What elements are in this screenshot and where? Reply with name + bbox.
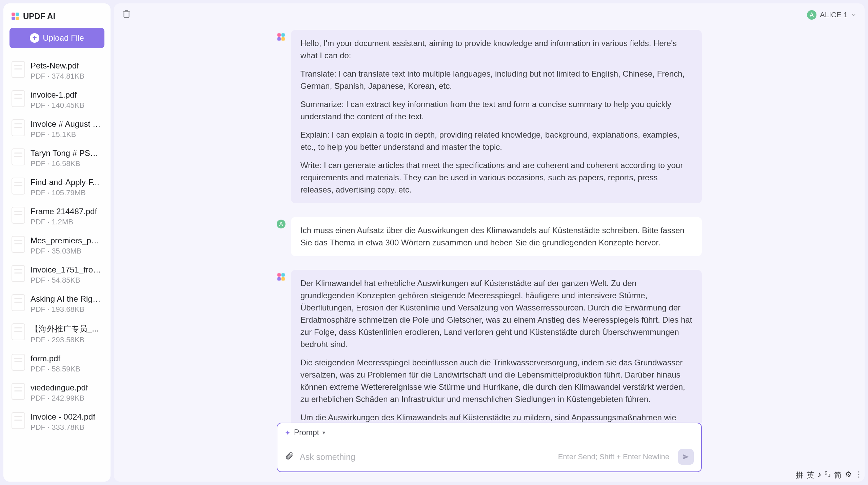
- file-name: Invoice_1751_from...: [31, 265, 102, 275]
- chevron-down-icon: [851, 10, 856, 20]
- ime-item[interactable]: ⚙: [844, 470, 852, 480]
- file-item[interactable]: Invoice_1751_from... PDF · 54.85KB: [9, 260, 104, 289]
- user-avatar: A: [807, 10, 816, 20]
- input-hint: Enter Send; Shift + Enter Newline: [558, 452, 669, 461]
- file-meta: PDF · 242.99KB: [31, 394, 88, 403]
- caret-down-icon: ▾: [322, 429, 325, 436]
- file-meta: PDF · 293.58KB: [31, 336, 99, 344]
- assistant-message: Der Klimawandel hat erhebliche Auswirkun…: [277, 270, 702, 423]
- assistant-message: Hello, I'm your document assistant, aimi…: [277, 30, 702, 203]
- svg-rect-3: [16, 17, 19, 20]
- file-thumb-icon: [12, 207, 25, 224]
- file-name: Frame 214487.pdf: [31, 207, 97, 216]
- file-item[interactable]: Taryn Tong # PSU... PDF · 16.58KB: [9, 144, 104, 173]
- app-title: UPDF AI: [23, 12, 55, 21]
- svg-rect-2: [12, 17, 15, 20]
- file-item[interactable]: Asking AI the Righ... PDF · 193.68KB: [9, 289, 104, 319]
- file-meta: PDF · 16.58KB: [31, 159, 102, 168]
- file-meta: PDF · 333.78KB: [31, 423, 95, 432]
- svg-rect-5: [281, 33, 285, 37]
- file-name: 【海外推广专员_...: [31, 323, 99, 334]
- message-bubble: Hello, I'm your document assistant, aimi…: [291, 30, 702, 203]
- file-name: Invoice - 0024.pdf: [31, 412, 95, 422]
- file-name: Invoice # August (...: [31, 119, 102, 129]
- ime-item[interactable]: ⁹₃: [824, 470, 831, 480]
- svg-rect-11: [281, 277, 285, 281]
- svg-rect-10: [277, 277, 281, 281]
- file-meta: PDF · 105.79MB: [31, 188, 99, 197]
- file-item[interactable]: Invoice - 0024.pdf PDF · 333.78KB: [9, 407, 104, 437]
- file-item[interactable]: Frame 214487.pdf PDF · 1.2MB: [9, 202, 104, 231]
- message-text: Summarize: I can extract key information…: [300, 98, 692, 123]
- upload-file-button[interactable]: + Upload File: [9, 28, 104, 48]
- file-meta: PDF · 1.2MB: [31, 218, 97, 226]
- file-item[interactable]: Invoice # August (... PDF · 15.1KB: [9, 115, 104, 144]
- send-button[interactable]: [678, 449, 694, 465]
- message-text: Der Klimawandel hat erhebliche Auswirkun…: [300, 277, 692, 350]
- file-thumb-icon: [12, 178, 25, 195]
- bot-avatar-icon: [277, 33, 285, 41]
- file-thumb-icon: [12, 119, 25, 136]
- file-name: Taryn Tong # PSU...: [31, 148, 102, 158]
- message-bubble: Ich muss einen Aufsatz über die Auswirku…: [291, 217, 702, 256]
- file-name: form.pdf: [31, 354, 80, 363]
- plus-icon: +: [30, 33, 39, 43]
- file-meta: PDF · 58.59KB: [31, 365, 80, 373]
- bot-avatar-icon: [277, 272, 285, 281]
- file-item[interactable]: invoice-1.pdf PDF · 140.45KB: [9, 85, 104, 115]
- file-meta: PDF · 54.85KB: [31, 276, 102, 285]
- ime-item[interactable]: 拼: [795, 470, 804, 480]
- app-logo-icon: [11, 12, 20, 21]
- attach-icon[interactable]: [285, 451, 294, 462]
- trash-icon[interactable]: [122, 9, 131, 20]
- user-menu[interactable]: A ALICE 1: [807, 10, 856, 20]
- prompt-selector[interactable]: ✦ Prompt ▾: [277, 423, 701, 442]
- upload-label: Upload File: [43, 33, 84, 43]
- svg-rect-0: [12, 13, 15, 16]
- sparkle-icon: ✦: [285, 429, 291, 437]
- file-name: Mes_premiers_pa...: [31, 236, 102, 245]
- file-thumb-icon: [12, 354, 25, 371]
- chat-input[interactable]: [300, 452, 552, 462]
- message-text: Um die Auswirkungen des Klimawandels auf…: [300, 411, 692, 423]
- file-thumb-icon: [12, 294, 25, 311]
- message-text: Die steigenden Meeresspiegel beeinflusse…: [300, 357, 692, 405]
- file-meta: PDF · 15.1KB: [31, 130, 102, 139]
- file-item[interactable]: viededingue.pdf PDF · 242.99KB: [9, 378, 104, 407]
- svg-rect-7: [281, 37, 285, 41]
- file-item[interactable]: Mes_premiers_pa... PDF · 35.03MB: [9, 231, 104, 260]
- file-item[interactable]: form.pdf PDF · 58.59KB: [9, 349, 104, 378]
- file-meta: PDF · 35.03MB: [31, 247, 102, 256]
- file-thumb-icon: [12, 265, 25, 282]
- file-thumb-icon: [12, 236, 25, 253]
- input-area: ✦ Prompt ▾ Enter Send; Shift + Enter New…: [114, 423, 865, 482]
- file-thumb-icon: [12, 383, 25, 400]
- ime-taskbar[interactable]: 拼英♪⁹₃简⚙⋮: [794, 469, 865, 482]
- svg-rect-9: [281, 273, 285, 277]
- file-item[interactable]: Pets-New.pdf PDF · 374.81KB: [9, 56, 104, 85]
- file-name: Find-and-Apply-F...: [31, 178, 99, 187]
- ime-item[interactable]: 英: [806, 470, 815, 480]
- ime-item[interactable]: ⋮: [854, 470, 863, 480]
- file-thumb-icon: [12, 323, 25, 340]
- file-thumb-icon: [12, 148, 25, 165]
- file-name: Asking AI the Righ...: [31, 294, 102, 304]
- message-text: Translate: I can translate text into mul…: [300, 68, 692, 92]
- message-bubble: Der Klimawandel hat erhebliche Auswirkun…: [291, 270, 702, 423]
- main-header: A ALICE 1: [114, 3, 865, 26]
- main-panel: A ALICE 1 Hello, I'm your document assis…: [114, 3, 865, 482]
- file-item[interactable]: 【海外推广专员_... PDF · 293.58KB: [9, 319, 104, 349]
- ime-item[interactable]: 简: [833, 470, 842, 480]
- file-name: invoice-1.pdf: [31, 90, 84, 100]
- ime-item[interactable]: ♪: [817, 470, 822, 480]
- file-meta: PDF · 140.45KB: [31, 101, 84, 110]
- file-list: Pets-New.pdf PDF · 374.81KB invoice-1.pd…: [9, 56, 104, 476]
- file-name: viededingue.pdf: [31, 383, 88, 392]
- user-avatar-small: A: [277, 220, 285, 228]
- prompt-label: Prompt: [294, 428, 319, 437]
- message-text: Explain: I can explain a topic in depth,…: [300, 129, 692, 153]
- file-meta: PDF · 374.81KB: [31, 72, 84, 81]
- message-text: Ich muss einen Aufsatz über die Auswirku…: [300, 224, 692, 249]
- svg-rect-6: [277, 37, 281, 41]
- file-item[interactable]: Find-and-Apply-F... PDF · 105.79MB: [9, 173, 104, 202]
